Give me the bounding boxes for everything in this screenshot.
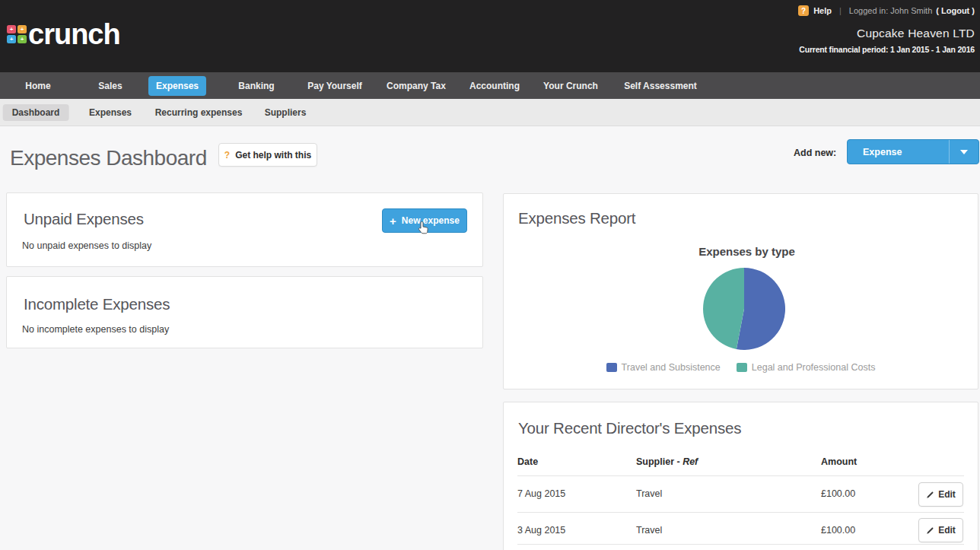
logged-in-text: Logged in: John Smith [849,6,932,15]
logo-square-blue: + [7,35,16,43]
edit-button[interactable]: Edit [918,518,963,542]
mouse-cursor [418,221,430,234]
chart-legend: Travel and Subsistence Legal and Profess… [504,362,978,373]
company-name: Cupcake Heaven LTD [857,27,975,40]
legend-swatch-travel [606,363,617,372]
logout-link[interactable]: ( Logout ) [936,6,975,15]
logo-wordmark: crunch [28,20,120,49]
expenses-dashboard-page: + + + + crunch ? Help | Logged in: John … [0,0,980,550]
add-new-label: Add new: [794,148,836,158]
page-title: Expenses Dashboard [10,146,207,170]
crunch-logo-icon: + + + + [7,25,27,43]
logo-square-orange: + [18,25,27,33]
subnav-recurring-expenses[interactable]: Recurring expenses [146,104,252,121]
nav-pay-yourself[interactable]: Pay Yourself [300,76,370,96]
sub-nav: Dashboard Expenses Recurring expenses Su… [0,99,980,126]
crunch-logo[interactable]: + + + + crunch [7,20,120,49]
nav-sales[interactable]: Sales [91,76,129,96]
logo-square-green: + [18,35,27,43]
add-new-expense-dropdown[interactable]: Expense [847,139,979,164]
financial-period: Current financial period: 1 Jan 2015 - 1… [799,45,975,54]
legend-swatch-legal [737,363,747,372]
subnav-suppliers[interactable]: Suppliers [256,104,316,121]
help-link[interactable]: Help [813,6,832,15]
legend-item-legal: Legal and Professional Costs [737,362,876,373]
subnav-expenses[interactable]: Expenses [80,104,141,121]
column-supplier-ref: Supplier - Ref [636,456,698,467]
legend-item-travel: Travel and Subsistence [606,362,721,373]
nav-self-assessment[interactable]: Self Assessment [616,76,705,96]
get-help-button[interactable]: ? Get help with this [218,143,317,167]
chart-title: Expenses by type [510,245,980,258]
nav-company-tax[interactable]: Company Tax [379,76,453,96]
app-header: + + + + crunch ? Help | Logged in: John … [0,0,980,72]
pie-chart [698,263,790,354]
expenses-report-card: Expenses Report Expenses by type Travel … [503,193,978,389]
help-icon[interactable]: ? [798,5,809,16]
unpaid-expenses-card: Unpaid Expenses + New expense No unpaid … [6,192,483,267]
edit-button[interactable]: Edit [918,482,963,507]
nav-banking[interactable]: Banking [231,76,282,96]
chevron-down-icon [960,150,968,154]
incomplete-expenses-card: Incomplete Expenses No incomplete expens… [6,276,483,348]
nav-expenses[interactable]: Expenses [148,76,206,96]
recent-expenses-title: Your Recent Director's Expenses [518,419,741,437]
main-nav: Home Sales Expenses Banking Pay Yourself… [0,72,980,99]
header-separator: | [839,6,842,15]
question-icon: ? [224,150,230,161]
nav-home[interactable]: Home [18,76,58,96]
nav-accounting[interactable]: Accounting [462,76,527,96]
logo-square-red: + [7,25,16,33]
subnav-dashboard[interactable]: Dashboard [3,104,69,121]
nav-your-crunch[interactable]: Your Crunch [536,76,606,96]
unpaid-empty-message: No unpaid expenses to display [22,240,151,251]
pencil-icon [926,491,934,499]
expenses-report-title: Expenses Report [518,209,635,227]
pencil-icon [926,526,934,535]
recent-expenses-card: Your Recent Director's Expenses Date Sup… [503,402,978,550]
column-date: Date [517,456,538,467]
plus-icon: + [390,215,396,227]
incomplete-empty-message: No incomplete expenses to display [22,324,169,335]
dropdown-caret-button[interactable] [950,140,978,164]
column-amount: Amount [821,456,857,467]
incomplete-expenses-title: Incomplete Expenses [24,295,170,313]
unpaid-expenses-title: Unpaid Expenses [24,210,144,228]
